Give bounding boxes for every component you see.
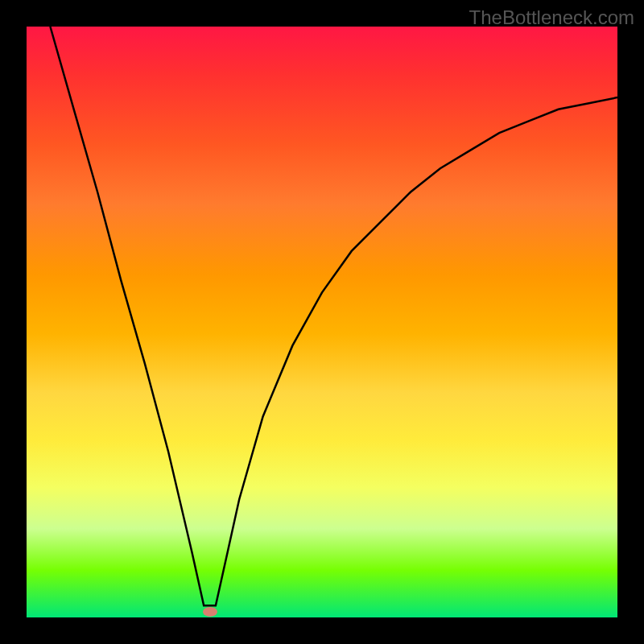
curve-svg xyxy=(27,27,617,617)
watermark-text: TheBottleneck.com xyxy=(469,6,634,29)
minimum-marker xyxy=(203,607,217,617)
bottleneck-curve xyxy=(50,27,617,605)
